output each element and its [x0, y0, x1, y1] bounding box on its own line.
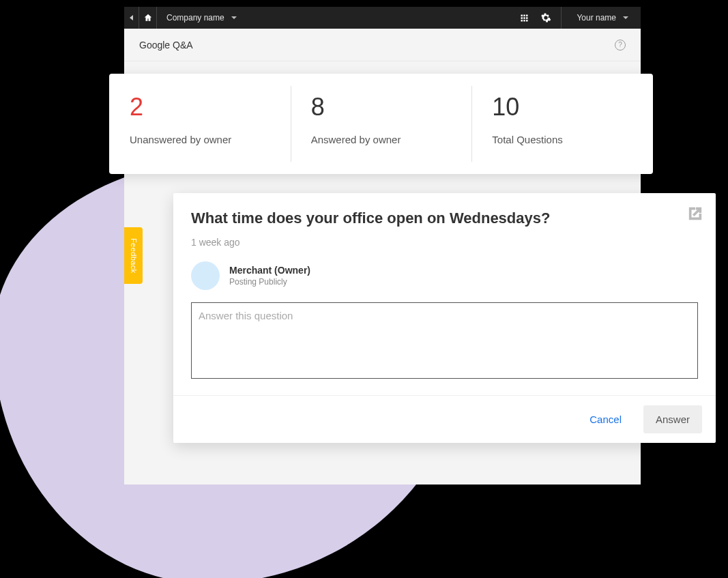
author-subtitle: Posting Publicly: [229, 277, 310, 287]
question-body: What time does your office open on Wedne…: [173, 193, 716, 395]
avatar: [191, 261, 220, 290]
home-button[interactable]: [139, 7, 157, 29]
author-name: Merchant (Owner): [229, 265, 310, 276]
page-header: Google Q&A ?: [124, 29, 641, 61]
answer-button[interactable]: Answer: [643, 405, 702, 433]
stats-card: 2 Unanswered by owner 8 Answered by owne…: [109, 74, 653, 174]
page-title: Google Q&A: [139, 40, 193, 50]
feedback-tab[interactable]: Feedback: [124, 227, 143, 284]
stat-label: Unanswered by owner: [130, 134, 270, 145]
stat-label: Total Questions: [492, 134, 632, 145]
gear-icon: [540, 12, 551, 23]
answer-input[interactable]: [191, 302, 698, 379]
settings-button[interactable]: [535, 7, 557, 29]
apps-grid-icon: [519, 13, 529, 23]
stat-label: Answered by owner: [311, 134, 452, 145]
question-timestamp: 1 week ago: [191, 237, 698, 248]
stat-total: 10 Total Questions: [471, 74, 653, 174]
question-actions: Cancel Answer: [173, 395, 716, 443]
stat-value: 10: [492, 93, 632, 121]
question-card: What time does your office open on Wedne…: [173, 193, 716, 443]
stat-answered: 8 Answered by owner: [291, 74, 472, 174]
caret-down-icon: [623, 16, 628, 19]
apps-button[interactable]: [513, 7, 535, 29]
question-title: What time does your office open on Wedne…: [191, 209, 698, 227]
company-label: Company name: [166, 13, 224, 23]
stat-value: 2: [130, 93, 270, 121]
stat-unanswered: 2 Unanswered by owner: [109, 74, 291, 174]
topbar: Company name Your name: [124, 7, 641, 29]
company-dropdown[interactable]: Company name: [157, 7, 246, 29]
author-row: Merchant (Owner) Posting Publicly: [191, 261, 698, 290]
help-button[interactable]: ?: [615, 40, 626, 50]
home-icon: [143, 13, 153, 23]
cancel-button[interactable]: Cancel: [580, 407, 631, 432]
stat-value: 8: [311, 93, 452, 121]
chevron-left-icon: [130, 15, 133, 20]
user-dropdown[interactable]: Your name: [561, 7, 641, 29]
question-mark-icon: ?: [618, 41, 622, 48]
user-label: Your name: [577, 13, 616, 23]
open-external-icon: [688, 206, 703, 221]
caret-down-icon: [231, 16, 237, 19]
open-external-button[interactable]: [687, 205, 703, 222]
back-button[interactable]: [124, 7, 139, 29]
feedback-label: Feedback: [130, 238, 138, 274]
